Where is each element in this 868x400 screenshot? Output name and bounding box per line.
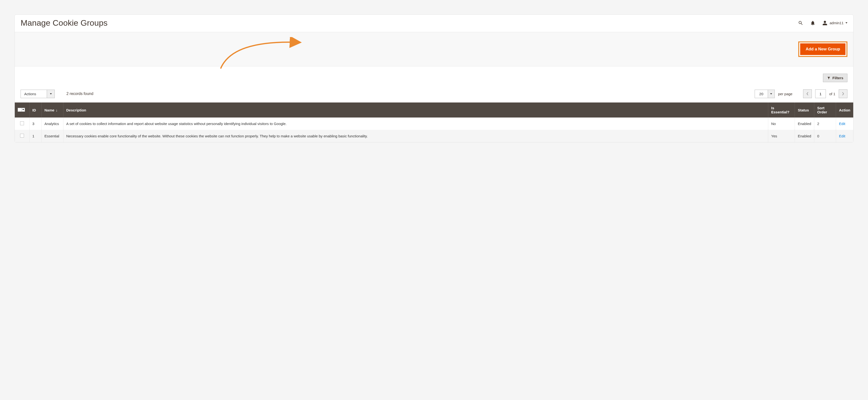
col-essential[interactable]: Is Essential? <box>768 102 795 118</box>
edit-link[interactable]: Edit <box>839 134 845 138</box>
cell-name: Essential <box>41 130 63 142</box>
filters-label: Filters <box>832 76 843 80</box>
col-select[interactable] <box>15 102 29 118</box>
page-total: of 1 <box>829 92 835 96</box>
cell-essential: Yes <box>768 130 795 142</box>
col-name[interactable]: Name↓ <box>41 102 63 118</box>
chevron-down-icon <box>47 90 55 98</box>
cell-description: Necessary cookies enable core functional… <box>63 130 768 142</box>
admin-panel: Manage Cookie Groups admin11 Add a New G… <box>14 14 854 143</box>
filters-row: Filters <box>15 66 853 85</box>
grid-body: 3 Analytics A set of cookies to collect … <box>15 118 853 142</box>
page-header: Manage Cookie Groups admin11 <box>15 15 853 32</box>
filters-button[interactable]: Filters <box>823 74 847 82</box>
row-checkbox[interactable] <box>20 121 24 125</box>
user-menu[interactable]: admin11 <box>822 20 847 26</box>
cell-essential: No <box>768 118 795 130</box>
action-bar: Add a New Group <box>15 32 853 66</box>
actions-dropdown[interactable]: Actions <box>21 90 55 98</box>
col-description[interactable]: Description <box>63 102 768 118</box>
per-page-dropdown[interactable]: 20 <box>755 90 775 98</box>
chevron-right-icon <box>842 92 844 95</box>
col-sort-order[interactable]: Sort Order <box>814 102 836 118</box>
sort-descending-icon: ↓ <box>56 108 58 112</box>
table-row: 1 Essential Necessary cookies enable cor… <box>15 130 853 142</box>
per-page-block: 20 per page <box>755 90 793 98</box>
chevron-down-icon <box>768 90 775 98</box>
pager: of 1 <box>803 89 847 98</box>
select-all-checkbox[interactable] <box>18 108 22 112</box>
add-new-group-button[interactable]: Add a New Group <box>800 43 845 55</box>
controls-left: Actions 2 records found <box>21 90 93 98</box>
grid-controls: Actions 2 records found 20 per page of 1 <box>15 85 853 102</box>
row-checkbox[interactable] <box>20 134 24 137</box>
cell-sort-order: 2 <box>814 118 836 130</box>
chevron-left-icon <box>806 92 809 95</box>
actions-dropdown-label: Actions <box>21 90 47 98</box>
primary-button-highlight: Add a New Group <box>798 41 847 57</box>
data-grid: ID Name↓ Description Is Essential? Statu… <box>15 102 853 142</box>
cell-description: A set of cookies to collect information … <box>63 118 768 130</box>
cell-status: Enabled <box>795 130 814 142</box>
page-title: Manage Cookie Groups <box>21 18 107 28</box>
col-id[interactable]: ID <box>29 102 41 118</box>
edit-link[interactable]: Edit <box>839 122 845 126</box>
table-row: 3 Analytics A set of cookies to collect … <box>15 118 853 130</box>
cell-status: Enabled <box>795 118 814 130</box>
grid-header: ID Name↓ Description Is Essential? Statu… <box>15 102 853 118</box>
per-page-label: per page <box>778 92 793 96</box>
page-input[interactable] <box>815 89 826 98</box>
col-status[interactable]: Status <box>795 102 814 118</box>
next-page-button[interactable] <box>839 89 847 98</box>
records-count: 2 records found <box>66 92 93 96</box>
cell-id: 1 <box>29 130 41 142</box>
bell-icon[interactable] <box>810 20 815 26</box>
user-icon <box>822 20 828 26</box>
per-page-value: 20 <box>755 90 768 98</box>
prev-page-button[interactable] <box>803 89 812 98</box>
user-name: admin11 <box>830 21 843 25</box>
header-actions: admin11 <box>798 20 847 26</box>
search-icon[interactable] <box>798 20 803 26</box>
chevron-down-icon <box>845 22 847 24</box>
chevron-down-icon[interactable] <box>22 108 25 112</box>
controls-right: 20 per page of 1 <box>755 89 847 98</box>
col-action[interactable]: Action <box>836 102 853 118</box>
cell-sort-order: 0 <box>814 130 836 142</box>
cell-id: 3 <box>29 118 41 130</box>
cell-name: Analytics <box>41 118 63 130</box>
funnel-icon <box>827 76 831 80</box>
